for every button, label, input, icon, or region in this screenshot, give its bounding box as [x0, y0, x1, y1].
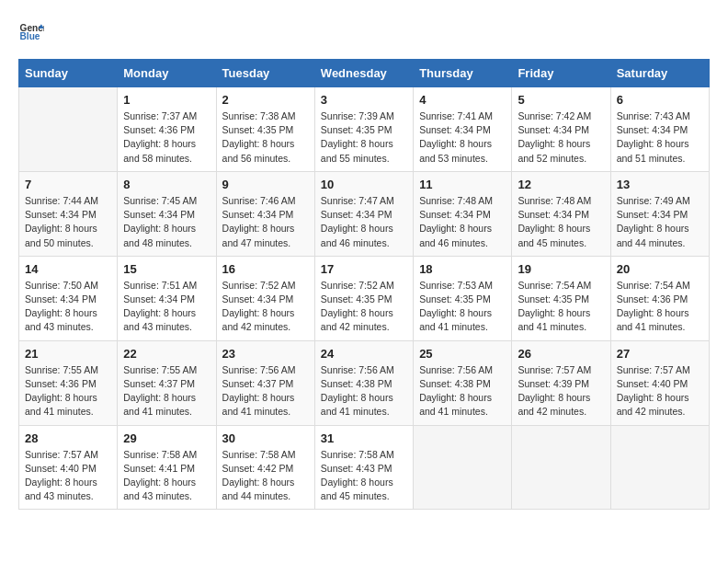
day-detail: Sunrise: 7:56 AM Sunset: 4:38 PM Dayligh…	[321, 363, 407, 419]
day-cell	[610, 425, 709, 510]
day-cell: 19Sunrise: 7:54 AM Sunset: 4:35 PM Dayli…	[512, 256, 610, 340]
week-row-4: 21Sunrise: 7:55 AM Sunset: 4:36 PM Dayli…	[19, 340, 710, 425]
day-cell: 27Sunrise: 7:57 AM Sunset: 4:40 PM Dayli…	[610, 340, 709, 425]
day-detail: Sunrise: 7:55 AM Sunset: 4:36 PM Dayligh…	[25, 363, 111, 419]
logo-icon: General Blue	[18, 18, 44, 44]
day-cell	[19, 87, 118, 172]
day-detail: Sunrise: 7:53 AM Sunset: 4:35 PM Dayligh…	[419, 279, 506, 335]
day-number: 11	[419, 178, 506, 191]
day-number: 2	[222, 93, 309, 107]
day-number: 6	[617, 93, 703, 107]
header-cell-thursday: Thursday	[414, 60, 512, 87]
day-number: 29	[123, 431, 210, 445]
day-cell: 29Sunrise: 7:58 AM Sunset: 4:41 PM Dayli…	[118, 425, 216, 510]
day-number: 30	[222, 431, 309, 445]
day-cell: 5Sunrise: 7:42 AM Sunset: 4:34 PM Daylig…	[512, 87, 610, 172]
day-detail: Sunrise: 7:37 AM Sunset: 4:36 PM Dayligh…	[123, 109, 210, 166]
day-cell: 23Sunrise: 7:56 AM Sunset: 4:37 PM Dayli…	[216, 340, 314, 425]
day-cell: 2Sunrise: 7:38 AM Sunset: 4:35 PM Daylig…	[216, 87, 314, 172]
day-detail: Sunrise: 7:58 AM Sunset: 4:43 PM Dayligh…	[321, 448, 407, 504]
day-cell: 22Sunrise: 7:55 AM Sunset: 4:37 PM Dayli…	[118, 340, 216, 425]
header-cell-monday: Monday	[118, 60, 216, 87]
day-number: 21	[25, 347, 111, 361]
day-detail: Sunrise: 7:57 AM Sunset: 4:40 PM Dayligh…	[25, 448, 111, 504]
day-cell	[512, 425, 610, 510]
week-row-3: 14Sunrise: 7:50 AM Sunset: 4:34 PM Dayli…	[19, 256, 710, 340]
day-number: 8	[123, 178, 210, 191]
day-cell: 24Sunrise: 7:56 AM Sunset: 4:38 PM Dayli…	[314, 340, 413, 425]
day-number: 26	[518, 347, 604, 361]
day-detail: Sunrise: 7:57 AM Sunset: 4:39 PM Dayligh…	[518, 363, 604, 419]
day-cell: 4Sunrise: 7:41 AM Sunset: 4:34 PM Daylig…	[414, 87, 512, 172]
day-cell: 13Sunrise: 7:49 AM Sunset: 4:34 PM Dayli…	[610, 171, 709, 256]
day-number: 9	[222, 178, 309, 191]
day-cell: 8Sunrise: 7:45 AM Sunset: 4:34 PM Daylig…	[118, 171, 216, 256]
day-cell: 3Sunrise: 7:39 AM Sunset: 4:35 PM Daylig…	[314, 87, 413, 172]
day-number: 10	[321, 178, 407, 191]
day-number: 4	[419, 93, 506, 107]
day-detail: Sunrise: 7:52 AM Sunset: 4:34 PM Dayligh…	[222, 279, 309, 335]
day-cell: 15Sunrise: 7:51 AM Sunset: 4:34 PM Dayli…	[118, 256, 216, 340]
day-cell: 21Sunrise: 7:55 AM Sunset: 4:36 PM Dayli…	[19, 340, 118, 425]
logo: General Blue	[18, 18, 48, 44]
day-detail: Sunrise: 7:57 AM Sunset: 4:40 PM Dayligh…	[617, 363, 703, 419]
day-number: 23	[222, 347, 309, 361]
day-detail: Sunrise: 7:47 AM Sunset: 4:34 PM Dayligh…	[321, 194, 407, 250]
day-number: 14	[25, 262, 111, 276]
day-number: 22	[123, 347, 210, 361]
day-cell: 26Sunrise: 7:57 AM Sunset: 4:39 PM Dayli…	[512, 340, 610, 425]
day-detail: Sunrise: 7:43 AM Sunset: 4:34 PM Dayligh…	[617, 109, 703, 166]
day-cell: 30Sunrise: 7:58 AM Sunset: 4:42 PM Dayli…	[216, 425, 314, 510]
day-cell: 14Sunrise: 7:50 AM Sunset: 4:34 PM Dayli…	[19, 256, 118, 340]
day-number: 24	[321, 347, 407, 361]
day-detail: Sunrise: 7:38 AM Sunset: 4:35 PM Dayligh…	[222, 109, 309, 166]
day-number: 1	[123, 93, 210, 107]
day-detail: Sunrise: 7:51 AM Sunset: 4:34 PM Dayligh…	[123, 279, 210, 335]
header-cell-tuesday: Tuesday	[216, 60, 314, 87]
day-number: 27	[617, 347, 703, 361]
week-row-2: 7Sunrise: 7:44 AM Sunset: 4:34 PM Daylig…	[19, 171, 710, 256]
day-cell: 10Sunrise: 7:47 AM Sunset: 4:34 PM Dayli…	[314, 171, 413, 256]
day-cell: 17Sunrise: 7:52 AM Sunset: 4:35 PM Dayli…	[314, 256, 413, 340]
day-detail: Sunrise: 7:52 AM Sunset: 4:35 PM Dayligh…	[321, 279, 407, 335]
week-row-5: 28Sunrise: 7:57 AM Sunset: 4:40 PM Dayli…	[19, 425, 710, 510]
day-number: 28	[25, 431, 111, 445]
day-detail: Sunrise: 7:39 AM Sunset: 4:35 PM Dayligh…	[321, 109, 407, 166]
day-cell: 16Sunrise: 7:52 AM Sunset: 4:34 PM Dayli…	[216, 256, 314, 340]
header-row: SundayMondayTuesdayWednesdayThursdayFrid…	[19, 60, 710, 87]
day-number: 16	[222, 262, 309, 276]
day-number: 15	[123, 262, 210, 276]
day-detail: Sunrise: 7:56 AM Sunset: 4:37 PM Dayligh…	[222, 363, 309, 419]
day-detail: Sunrise: 7:55 AM Sunset: 4:37 PM Dayligh…	[123, 363, 210, 419]
day-detail: Sunrise: 7:58 AM Sunset: 4:41 PM Dayligh…	[123, 448, 210, 504]
day-detail: Sunrise: 7:48 AM Sunset: 4:34 PM Dayligh…	[419, 194, 506, 250]
week-row-1: 1Sunrise: 7:37 AM Sunset: 4:36 PM Daylig…	[19, 87, 710, 172]
day-cell: 31Sunrise: 7:58 AM Sunset: 4:43 PM Dayli…	[314, 425, 413, 510]
calendar-table: SundayMondayTuesdayWednesdayThursdayFrid…	[18, 59, 710, 510]
day-detail: Sunrise: 7:41 AM Sunset: 4:34 PM Dayligh…	[419, 109, 506, 166]
day-number: 17	[321, 262, 407, 276]
day-cell: 20Sunrise: 7:54 AM Sunset: 4:36 PM Dayli…	[610, 256, 709, 340]
day-cell: 28Sunrise: 7:57 AM Sunset: 4:40 PM Dayli…	[19, 425, 118, 510]
svg-text:Blue: Blue	[20, 31, 40, 41]
day-cell: 9Sunrise: 7:46 AM Sunset: 4:34 PM Daylig…	[216, 171, 314, 256]
day-detail: Sunrise: 7:58 AM Sunset: 4:42 PM Dayligh…	[222, 448, 309, 504]
day-number: 25	[419, 347, 506, 361]
day-detail: Sunrise: 7:45 AM Sunset: 4:34 PM Dayligh…	[123, 194, 210, 250]
day-number: 19	[518, 262, 604, 276]
day-detail: Sunrise: 7:54 AM Sunset: 4:36 PM Dayligh…	[617, 279, 703, 335]
day-cell: 1Sunrise: 7:37 AM Sunset: 4:36 PM Daylig…	[118, 87, 216, 172]
day-cell: 12Sunrise: 7:48 AM Sunset: 4:34 PM Dayli…	[512, 171, 610, 256]
day-number: 12	[518, 178, 604, 191]
day-number: 20	[617, 262, 703, 276]
day-number: 3	[321, 93, 407, 107]
header-cell-wednesday: Wednesday	[314, 60, 413, 87]
header: General Blue	[18, 18, 710, 44]
day-number: 5	[518, 93, 604, 107]
day-number: 7	[25, 178, 111, 191]
day-detail: Sunrise: 7:48 AM Sunset: 4:34 PM Dayligh…	[518, 194, 604, 250]
day-detail: Sunrise: 7:54 AM Sunset: 4:35 PM Dayligh…	[518, 279, 604, 335]
day-cell: 7Sunrise: 7:44 AM Sunset: 4:34 PM Daylig…	[19, 171, 118, 256]
day-cell: 18Sunrise: 7:53 AM Sunset: 4:35 PM Dayli…	[414, 256, 512, 340]
header-cell-sunday: Sunday	[19, 60, 118, 87]
